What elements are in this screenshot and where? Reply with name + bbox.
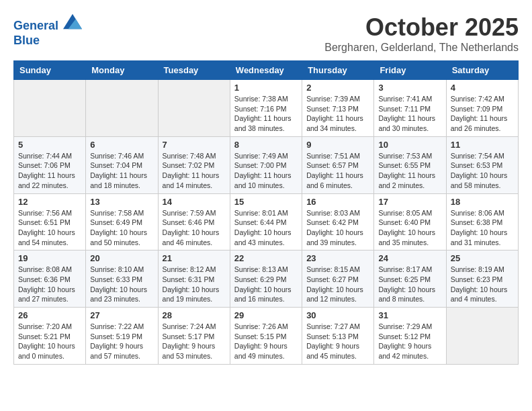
day-cell-30: 30Sunrise: 7:27 AMSunset: 5:13 PMDayligh…: [302, 308, 374, 365]
day-info: Sunrise: 8:10 AMSunset: 6:33 PMDaylight:…: [90, 265, 153, 304]
logo: General Blue: [13, 13, 82, 48]
empty-cell: [14, 80, 86, 137]
day-number: 8: [234, 140, 298, 150]
weekday-header-friday: Friday: [374, 61, 446, 80]
weekday-header-thursday: Thursday: [302, 61, 374, 80]
day-number: 14: [163, 197, 226, 207]
day-number: 9: [306, 140, 369, 150]
day-info: Sunrise: 7:41 AMSunset: 7:11 PMDaylight:…: [378, 94, 441, 134]
day-info: Sunrise: 7:46 AMSunset: 7:04 PMDaylight:…: [90, 151, 153, 191]
day-info: Sunrise: 7:54 AMSunset: 6:53 PMDaylight:…: [451, 151, 514, 191]
day-number: 29: [234, 310, 298, 320]
day-info: Sunrise: 7:20 AMSunset: 5:21 PMDaylight:…: [18, 322, 81, 361]
day-cell-28: 28Sunrise: 7:24 AMSunset: 5:17 PMDayligh…: [158, 308, 230, 365]
calendar: SundayMondayTuesdayWednesdayThursdayFrid…: [13, 60, 519, 365]
month-title: October 2025: [324, 13, 519, 42]
day-cell-9: 9Sunrise: 7:51 AMSunset: 6:57 PMDaylight…: [302, 136, 374, 193]
day-cell-10: 10Sunrise: 7:53 AMSunset: 6:55 PMDayligh…: [374, 136, 446, 193]
empty-cell: [86, 80, 158, 137]
day-info: Sunrise: 8:08 AMSunset: 6:36 PMDaylight:…: [18, 265, 81, 304]
day-number: 28: [163, 310, 226, 320]
day-number: 11: [451, 140, 514, 150]
day-cell-7: 7Sunrise: 7:48 AMSunset: 7:02 PMDaylight…: [158, 136, 230, 193]
day-info: Sunrise: 7:24 AMSunset: 5:17 PMDaylight:…: [163, 322, 226, 361]
location-title: Bergharen, Gelderland, The Netherlands: [324, 42, 519, 54]
day-cell-25: 25Sunrise: 8:19 AMSunset: 6:23 PMDayligh…: [446, 250, 518, 308]
weekday-header-saturday: Saturday: [446, 61, 518, 80]
day-cell-16: 16Sunrise: 8:03 AMSunset: 6:42 PMDayligh…: [302, 193, 374, 250]
day-cell-21: 21Sunrise: 8:12 AMSunset: 6:31 PMDayligh…: [158, 250, 230, 308]
day-info: Sunrise: 7:56 AMSunset: 6:51 PMDaylight:…: [18, 208, 81, 248]
day-number: 31: [378, 310, 441, 320]
empty-cell: [446, 308, 518, 365]
day-info: Sunrise: 7:49 AMSunset: 7:00 PMDaylight:…: [234, 151, 298, 191]
logo-icon: [63, 13, 82, 30]
day-cell-14: 14Sunrise: 7:59 AMSunset: 6:46 PMDayligh…: [158, 193, 230, 250]
day-info: Sunrise: 7:22 AMSunset: 5:19 PMDaylight:…: [90, 322, 153, 361]
day-cell-15: 15Sunrise: 8:01 AMSunset: 6:44 PMDayligh…: [230, 193, 302, 250]
logo-text: General: [13, 13, 82, 34]
day-number: 3: [378, 83, 441, 93]
day-number: 18: [451, 197, 514, 207]
day-cell-3: 3Sunrise: 7:41 AMSunset: 7:11 PMDaylight…: [374, 80, 446, 137]
day-number: 15: [234, 197, 298, 207]
day-number: 6: [90, 140, 153, 150]
day-cell-26: 26Sunrise: 7:20 AMSunset: 5:21 PMDayligh…: [14, 308, 86, 365]
day-info: Sunrise: 7:38 AMSunset: 7:16 PMDaylight:…: [234, 94, 298, 134]
day-number: 22: [234, 253, 298, 263]
day-cell-12: 12Sunrise: 7:56 AMSunset: 6:51 PMDayligh…: [14, 193, 86, 250]
week-row-3: 19Sunrise: 8:08 AMSunset: 6:36 PMDayligh…: [14, 250, 519, 308]
day-number: 24: [378, 253, 441, 263]
day-info: Sunrise: 8:03 AMSunset: 6:42 PMDaylight:…: [306, 208, 369, 248]
header: General Blue October 2025 Bergharen, Gel…: [13, 13, 519, 54]
day-info: Sunrise: 7:59 AMSunset: 6:46 PMDaylight:…: [163, 208, 226, 248]
day-cell-22: 22Sunrise: 8:13 AMSunset: 6:29 PMDayligh…: [230, 250, 302, 308]
day-cell-17: 17Sunrise: 8:05 AMSunset: 6:40 PMDayligh…: [374, 193, 446, 250]
day-info: Sunrise: 7:58 AMSunset: 6:49 PMDaylight:…: [90, 208, 153, 248]
day-info: Sunrise: 8:19 AMSunset: 6:23 PMDaylight:…: [451, 265, 514, 304]
day-number: 27: [90, 310, 153, 320]
day-cell-31: 31Sunrise: 7:29 AMSunset: 5:12 PMDayligh…: [374, 308, 446, 365]
day-number: 21: [163, 253, 226, 263]
day-cell-2: 2Sunrise: 7:39 AMSunset: 7:13 PMDaylight…: [302, 80, 374, 137]
weekday-header-wednesday: Wednesday: [230, 61, 302, 80]
day-cell-20: 20Sunrise: 8:10 AMSunset: 6:33 PMDayligh…: [86, 250, 158, 308]
day-cell-29: 29Sunrise: 7:26 AMSunset: 5:15 PMDayligh…: [230, 308, 302, 365]
week-row-2: 12Sunrise: 7:56 AMSunset: 6:51 PMDayligh…: [14, 193, 519, 250]
weekday-header-monday: Monday: [86, 61, 158, 80]
day-info: Sunrise: 7:51 AMSunset: 6:57 PMDaylight:…: [306, 151, 369, 191]
day-cell-11: 11Sunrise: 7:54 AMSunset: 6:53 PMDayligh…: [446, 136, 518, 193]
day-cell-4: 4Sunrise: 7:42 AMSunset: 7:09 PMDaylight…: [446, 80, 518, 137]
day-number: 19: [18, 253, 81, 263]
empty-cell: [158, 80, 230, 137]
day-info: Sunrise: 7:39 AMSunset: 7:13 PMDaylight:…: [306, 94, 369, 134]
day-cell-27: 27Sunrise: 7:22 AMSunset: 5:19 PMDayligh…: [86, 308, 158, 365]
day-number: 25: [451, 253, 514, 263]
day-number: 23: [306, 253, 369, 263]
day-info: Sunrise: 8:13 AMSunset: 6:29 PMDaylight:…: [234, 265, 298, 304]
day-info: Sunrise: 7:42 AMSunset: 7:09 PMDaylight:…: [451, 94, 514, 134]
day-info: Sunrise: 7:48 AMSunset: 7:02 PMDaylight:…: [163, 151, 226, 191]
day-number: 26: [18, 310, 81, 320]
day-info: Sunrise: 7:26 AMSunset: 5:15 PMDaylight:…: [234, 322, 298, 361]
day-info: Sunrise: 8:06 AMSunset: 6:38 PMDaylight:…: [451, 208, 514, 248]
weekday-header-row: SundayMondayTuesdayWednesdayThursdayFrid…: [14, 61, 519, 80]
day-info: Sunrise: 8:05 AMSunset: 6:40 PMDaylight:…: [378, 208, 441, 248]
day-number: 4: [451, 83, 514, 93]
day-cell-6: 6Sunrise: 7:46 AMSunset: 7:04 PMDaylight…: [86, 136, 158, 193]
day-info: Sunrise: 7:53 AMSunset: 6:55 PMDaylight:…: [378, 151, 441, 191]
day-info: Sunrise: 8:12 AMSunset: 6:31 PMDaylight:…: [163, 265, 226, 304]
week-row-0: 1Sunrise: 7:38 AMSunset: 7:16 PMDaylight…: [14, 80, 519, 137]
day-cell-23: 23Sunrise: 8:15 AMSunset: 6:27 PMDayligh…: [302, 250, 374, 308]
day-number: 5: [18, 140, 81, 150]
day-info: Sunrise: 8:01 AMSunset: 6:44 PMDaylight:…: [234, 208, 298, 248]
day-cell-1: 1Sunrise: 7:38 AMSunset: 7:16 PMDaylight…: [230, 80, 302, 137]
day-number: 16: [306, 197, 369, 207]
day-number: 12: [18, 197, 81, 207]
week-row-4: 26Sunrise: 7:20 AMSunset: 5:21 PMDayligh…: [14, 308, 519, 365]
title-area: October 2025 Bergharen, Gelderland, The …: [324, 13, 519, 54]
day-number: 20: [90, 253, 153, 263]
weekday-header-tuesday: Tuesday: [158, 61, 230, 80]
day-number: 17: [378, 197, 441, 207]
day-number: 10: [378, 140, 441, 150]
